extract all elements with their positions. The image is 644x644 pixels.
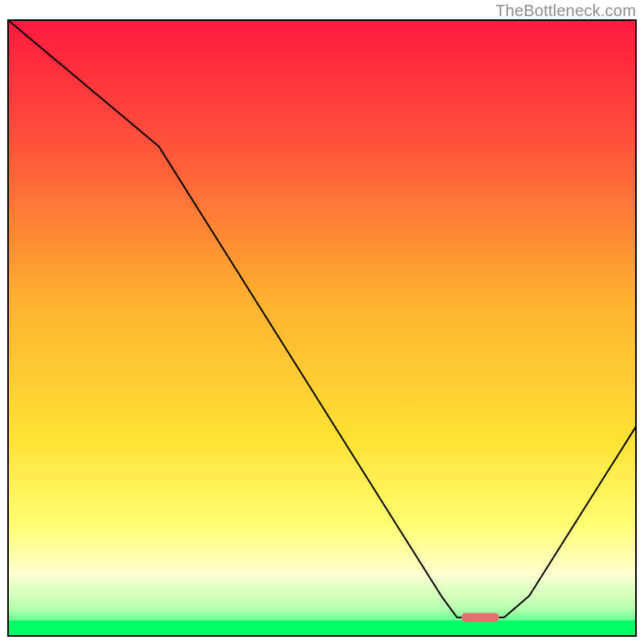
svg-rect-2	[461, 613, 499, 622]
watermark-text: TheBottleneck.com	[495, 2, 636, 20]
chart-container: TheBottleneck.com	[0, 0, 644, 644]
svg-rect-0	[8, 20, 636, 636]
bottleneck-chart	[0, 0, 644, 644]
svg-rect-1	[8, 621, 636, 636]
